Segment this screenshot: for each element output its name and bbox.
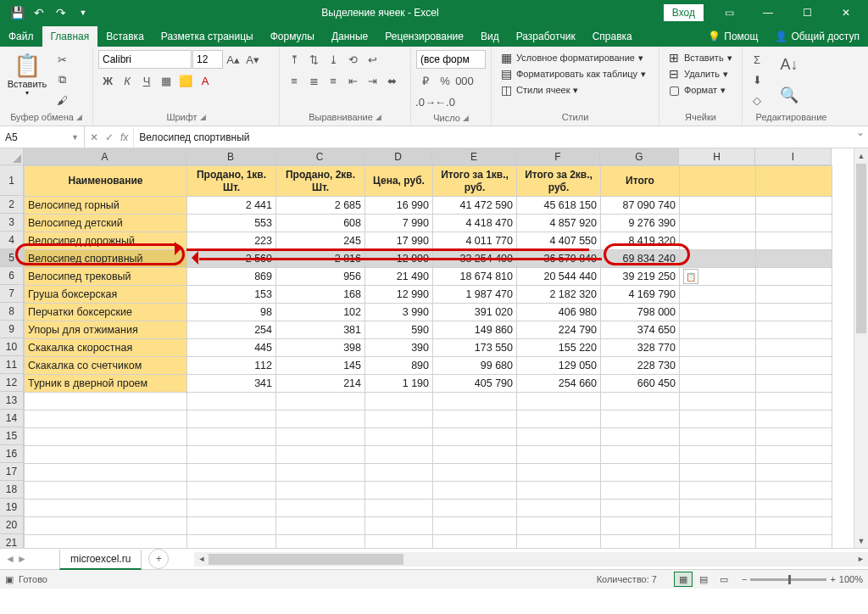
cut-icon[interactable]: ✂ — [53, 50, 71, 69]
tab-file[interactable]: Файл — [0, 26, 42, 47]
cell[interactable] — [680, 375, 756, 393]
cell[interactable] — [756, 166, 832, 197]
minimize-button[interactable]: ― — [749, 1, 787, 25]
cell[interactable] — [517, 428, 601, 446]
dialog-launcher-icon[interactable]: ◢ — [376, 113, 381, 121]
cell[interactable] — [433, 393, 517, 410]
dialog-launcher-icon[interactable]: ◢ — [200, 113, 206, 121]
maximize-button[interactable]: ☐ — [788, 1, 826, 25]
cell[interactable] — [276, 482, 365, 500]
cell[interactable] — [276, 464, 365, 482]
cell[interactable]: 45 618 150 — [517, 197, 601, 215]
cell[interactable]: 405 790 — [433, 375, 517, 393]
cell[interactable] — [433, 446, 517, 464]
cell[interactable] — [756, 482, 832, 500]
cell[interactable]: Велосипед горный — [25, 197, 187, 215]
row-header[interactable]: 18 — [0, 481, 24, 499]
font-color-icon[interactable]: A — [196, 71, 214, 90]
cell[interactable] — [433, 500, 517, 517]
cell[interactable]: 328 770 — [601, 339, 680, 357]
cell[interactable] — [365, 428, 433, 446]
font-size-input[interactable] — [192, 50, 223, 69]
dialog-launcher-icon[interactable]: ◢ — [463, 114, 469, 122]
select-all-button[interactable] — [0, 148, 24, 165]
cell[interactable]: 228 730 — [601, 357, 680, 375]
cell[interactable] — [680, 232, 756, 250]
currency-icon[interactable]: ₽ — [416, 71, 435, 90]
ribbon-options-icon[interactable]: ▭ — [710, 1, 748, 25]
cell[interactable] — [276, 446, 365, 464]
align-left-icon[interactable]: ≡ — [285, 71, 303, 90]
horizontal-scrollbar[interactable]: ◄ ► — [194, 552, 868, 567]
view-page-layout-icon[interactable]: ▤ — [694, 572, 713, 587]
cells[interactable]: НаименованиеПродано, 1кв. Шт.Продано, 2к… — [24, 165, 832, 548]
cell[interactable] — [25, 500, 187, 517]
row-header[interactable]: 17 — [0, 463, 24, 481]
indent-increase-icon[interactable]: ⇥ — [363, 71, 381, 90]
row-header[interactable]: 6 — [0, 267, 24, 285]
cell[interactable]: 41 472 590 — [433, 197, 517, 215]
cell[interactable]: 553 — [187, 215, 276, 232]
column-header[interactable]: D — [364, 148, 432, 165]
cell[interactable]: 33 254 400 — [433, 250, 517, 268]
cell[interactable]: Велосипед детский — [25, 215, 187, 232]
cell[interactable] — [365, 410, 433, 428]
cell[interactable]: 173 550 — [433, 339, 517, 357]
enter-formula-icon[interactable]: ✓ — [105, 131, 114, 143]
sheet-nav-prev-icon[interactable]: ◄ — [5, 553, 15, 565]
scroll-down-icon[interactable]: ▼ — [854, 533, 868, 548]
cell[interactable] — [601, 464, 680, 482]
scroll-up-icon[interactable]: ▲ — [854, 148, 868, 163]
cell[interactable] — [25, 464, 187, 482]
cell[interactable] — [680, 446, 756, 464]
clear-icon[interactable]: ◇ — [748, 91, 766, 109]
scroll-left-icon[interactable]: ◄ — [194, 555, 209, 563]
row-header[interactable]: 2 — [0, 196, 24, 214]
cell[interactable] — [517, 482, 601, 500]
font-name-input[interactable] — [98, 50, 192, 69]
comma-icon[interactable]: 000 — [455, 71, 474, 90]
cell[interactable] — [365, 517, 433, 535]
cell[interactable] — [680, 517, 756, 535]
cell[interactable] — [756, 304, 832, 321]
cell[interactable] — [25, 482, 187, 500]
tab-insert[interactable]: Вставка — [97, 26, 153, 47]
insert-cells-button[interactable]: ⊞Вставить ▾ — [665, 50, 735, 65]
cell[interactable] — [680, 464, 756, 482]
cell[interactable] — [365, 535, 433, 549]
cell[interactable]: 168 — [276, 286, 365, 304]
cell[interactable] — [680, 428, 756, 446]
cell[interactable] — [601, 393, 680, 410]
cell[interactable] — [680, 535, 756, 549]
cell[interactable] — [680, 393, 756, 410]
grow-font-icon[interactable]: A▴ — [224, 50, 242, 69]
cell[interactable]: 8 419 320 — [601, 232, 680, 250]
paste-button[interactable]: 📋 Вставить ▾ — [5, 50, 49, 98]
cell[interactable] — [756, 286, 832, 304]
align-middle-icon[interactable]: ⇅ — [304, 50, 323, 69]
cell[interactable] — [680, 321, 756, 339]
cell[interactable] — [365, 500, 433, 517]
cell[interactable] — [601, 482, 680, 500]
redo-icon[interactable]: ↷ — [53, 4, 70, 21]
row-header[interactable]: 14 — [0, 410, 24, 427]
cell[interactable]: Упоры для отжимания — [25, 321, 187, 339]
cancel-formula-icon[interactable]: ✕ — [90, 131, 98, 143]
row-header[interactable]: 9 — [0, 321, 24, 338]
zoom-in-icon[interactable]: + — [830, 574, 835, 584]
cell[interactable]: 20 544 440 — [517, 268, 601, 286]
cell[interactable]: 99 680 — [433, 357, 517, 375]
formula-bar[interactable]: Велосипед спортивный — [134, 126, 853, 148]
cell[interactable]: 254 — [187, 321, 276, 339]
cell[interactable] — [680, 410, 756, 428]
row-header[interactable]: 15 — [0, 427, 24, 445]
cell[interactable]: 869 — [187, 268, 276, 286]
cell[interactable] — [601, 428, 680, 446]
row-header[interactable]: 21 — [0, 534, 24, 548]
cell[interactable]: Велосипед дорожный — [25, 232, 187, 250]
format-cells-button[interactable]: ▢Формат ▾ — [665, 82, 728, 98]
table-header-cell[interactable]: Наименование — [25, 166, 187, 197]
cell[interactable] — [680, 197, 756, 215]
cell[interactable] — [756, 215, 832, 232]
cell[interactable] — [756, 464, 832, 482]
